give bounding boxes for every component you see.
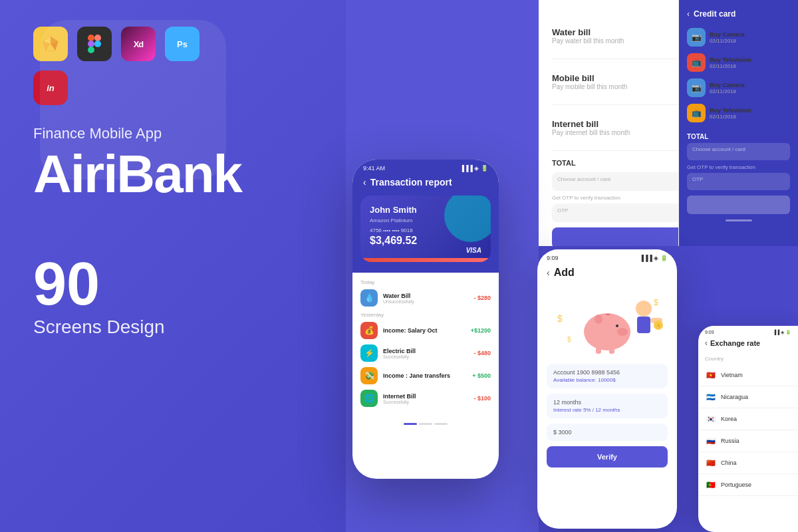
tx-jane-icon: 💸 [360,367,378,384]
svg-point-20 [617,328,628,336]
svg-text:$: $ [657,323,660,329]
credit-name-1: Buy Television [710,57,751,63]
credit-date-1: 02/11/2018 [710,63,751,69]
credit-icon-tv1: 📺 [687,53,706,72]
credit-otp-hint: Get OTP to verify transaction [687,164,790,170]
credit-back-arrow[interactable]: ‹ [687,9,690,19]
credit-header: ‹ Credit card [687,9,790,19]
tx-internet-amount: - $100 [473,395,491,402]
back-arrow-icon[interactable]: ‹ [363,177,366,188]
russia-flag: 🇷🇺 [705,435,717,447]
credit-card-display: John Smith Amazon Platinium 4756 •••• ••… [360,196,491,262]
interest-info: Interest rate 5% / 12 months [553,407,661,413]
credit-card-inner: ‹ Credit card 📷 Buy Camera 02/11/2018 📺 … [679,0,798,246]
svg-text:$: $ [654,298,658,307]
nicaragua-name: Nicaragua [721,394,748,400]
country-russia[interactable]: 🇷🇺 Russia [698,430,798,452]
tx-salary-name: Income: Salary Oct [383,327,466,334]
add-status-bar: 9:09 ▐▐▐ ◈ 🔋 [537,249,677,264]
nicaragua-flag: 🇳🇮 [705,391,717,403]
today-label: Today [360,279,491,285]
tx-electric: ⚡ Electric Bill Successfully - $480 [360,344,491,362]
card-network: VISA [466,247,481,254]
svg-text:$: $ [557,313,563,324]
credit-name-3: Buy Television [710,107,751,114]
credit-item-1: 📺 Buy Television 02/11/2018 [687,53,790,72]
ex-time: 9:09 [705,330,714,335]
add-status-icons: ▐▐▐ ◈ 🔋 [640,255,668,261]
country-china[interactable]: 🇨🇳 China [698,452,798,474]
tx-internet-info: Internet Bill Successfully [383,393,468,404]
left-section: Xd Ps in Finance Mobile App AiriBank 90 … [0,0,346,532]
tx-internet-name: Internet Bill [383,393,468,400]
tx-water-bill: 💧 Water Bill Unsuccessfully - $280 [360,289,491,307]
tx-jane-info: Income : Jane transfers [383,372,467,379]
ex-icons: ▐▐ ◈ 🔋 [773,330,791,335]
add-back-icon[interactable]: ‹ [547,267,550,278]
country-korea[interactable]: 🇰🇷 Korea [698,408,798,430]
tx-salary-info: Income: Salary Oct [383,327,466,334]
tx-electric-icon: ⚡ [360,344,378,362]
credit-name-0: Buy Camera [710,31,745,38]
credit-account-field[interactable]: Choose account / card [687,143,790,160]
korea-flag: 🇰🇷 [705,413,717,425]
transaction-phone: 9:41 AM ▐▐▐ ◈ 🔋 ‹ Transaction report Joh… [352,160,499,479]
scroll-dot-1 [404,423,417,425]
credit-otp-field[interactable]: OTP [687,173,790,190]
credit-icon-camera2: 📷 [687,78,706,97]
verify-button[interactable]: Verify [547,446,668,467]
amount-field[interactable]: $ 3000 [547,424,668,441]
months-value: 12 months [553,399,661,406]
add-title: Add [554,267,575,279]
vietnam-flag: 🇻🇳 [705,369,717,381]
status-time: 9:41 AM [363,165,385,172]
country-nicaragua[interactable]: 🇳🇮 Nicaragua [698,386,798,408]
vietnam-name: Vietnam [721,372,743,378]
country-vietnam[interactable]: 🇻🇳 Vietnam [698,364,798,386]
tx-water-icon: 💧 [360,289,378,307]
china-flag: 🇨🇳 [705,457,717,469]
svg-rect-24 [609,347,614,354]
credit-icon-camera1: 📷 [687,28,706,47]
credit-name-2: Buy Camera [710,82,745,88]
scroll-dot-3 [434,423,448,425]
tx-internet-status: Successfully [383,400,468,404]
tx-electric-status: Successfully [383,354,468,359]
country-label: Country [698,353,798,364]
svg-point-21 [595,315,602,324]
ex-header: ‹ Exchange rate [698,337,798,353]
credit-item-3: 📺 Buy Television 02/11/2018 [687,104,790,122]
status-icons: ▐▐▐ ◈ 🔋 [460,165,488,172]
exchange-rate-phone: 9:09 ▐▐ ◈ 🔋 ‹ Exchange rate Country 🇻🇳 V… [698,326,798,532]
phone-status-bar: 9:41 AM ▐▐▐ ◈ 🔋 [352,160,499,174]
account-field[interactable]: Account 1900 8988 5456 Available balance… [547,364,668,388]
tx-water-status: Unsuccessfully [383,299,468,304]
tx-electric-name: Electric Bill [383,348,468,354]
svg-rect-27 [637,317,650,333]
months-field[interactable]: 12 months Interest rate 5% / 12 months [547,394,668,418]
portuguese-name: Portuguese [721,481,751,488]
tx-jane: 💸 Income : Jane transfers + $500 [360,367,491,384]
ex-back-icon[interactable]: ‹ [705,338,708,348]
tx-jane-name: Income : Jane transfers [383,372,467,379]
scroll-bar [726,219,752,221]
korea-name: Korea [721,416,737,422]
exchange-title: Exchange rate [710,339,760,347]
credit-title: Credit card [694,9,735,19]
add-phone: 9:09 ▐▐▐ ◈ 🔋 ‹ Add $ [537,249,677,529]
credit-submit-btn[interactable] [687,196,790,214]
russia-name: Russia [721,438,739,444]
deco-background [40,20,226,180]
add-header: ‹ Add [537,264,677,285]
tx-salary-amount: +$1200 [471,327,491,334]
balance-info: Available balance: 10000$ [553,377,661,383]
credit-total: TOTAL [687,133,790,140]
scroll-indicator [352,419,499,429]
tx-electric-amount: - $480 [473,350,491,356]
tx-water-name: Water Bill [383,293,468,299]
country-portuguese[interactable]: 🇵🇹 Portuguese [698,474,798,496]
tx-internet: 🌐 Internet Bill Successfully - $100 [360,390,491,407]
credit-icon-tv2: 📺 [687,104,706,122]
tx-salary-icon: 💰 [360,322,378,339]
credit-date-0: 02/11/2018 [710,38,745,44]
